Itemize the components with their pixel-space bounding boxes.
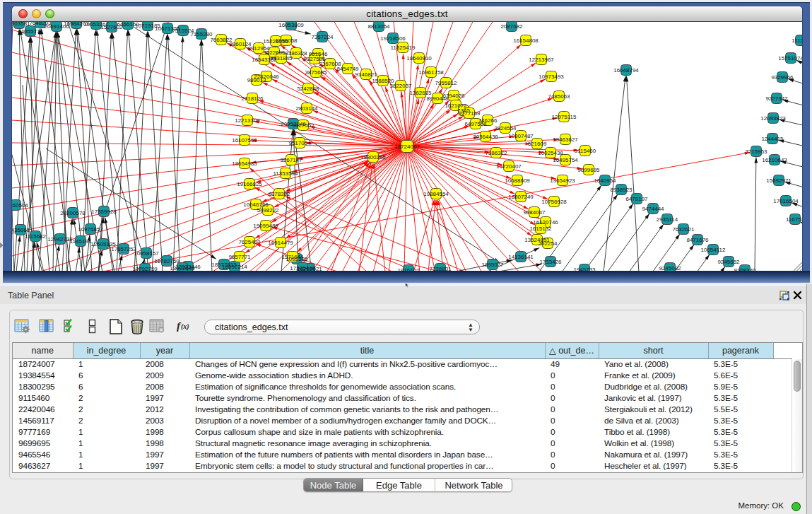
svg-text:9329966: 9329966 [771, 74, 794, 81]
svg-text:7955812: 7955812 [435, 80, 457, 86]
svg-text:20200578: 20200578 [60, 210, 86, 216]
svg-text:16961758: 16961758 [418, 69, 444, 76]
svg-text:16543362: 16543362 [252, 57, 277, 63]
svg-text:9777169: 9777169 [458, 110, 481, 117]
svg-text:9146821: 9146821 [355, 71, 377, 78]
svg-text:1996058: 1996058 [275, 37, 298, 44]
svg-text:9115460: 9115460 [575, 148, 596, 154]
svg-text:2718126: 2718126 [241, 95, 264, 102]
svg-text:6794028: 6794028 [442, 93, 465, 99]
svg-text:15692971: 15692971 [766, 177, 792, 184]
svg-text:16495754: 16495754 [553, 157, 578, 163]
svg-text:20953346: 20953346 [281, 121, 306, 127]
svg-text:16914479: 16914479 [268, 240, 293, 246]
svg-text:10975857: 10975857 [78, 226, 103, 233]
svg-text:8471676: 8471676 [686, 237, 709, 243]
svg-text:7485063: 7485063 [548, 93, 570, 100]
svg-text:1733426: 1733426 [539, 259, 562, 265]
svg-text:6479197: 6479197 [625, 196, 648, 202]
svg-text:7357224: 7357224 [311, 34, 334, 40]
svg-text:12093823: 12093823 [760, 115, 786, 122]
svg-text:17857253: 17857253 [111, 246, 136, 252]
svg-text:1903581: 1903581 [12, 22, 30, 27]
svg-text:18592214: 18592214 [222, 264, 247, 270]
svg-text:11325419: 11325419 [391, 45, 416, 51]
svg-text:20364436: 20364436 [473, 134, 498, 140]
svg-text:1976102: 1976102 [397, 267, 420, 271]
svg-text:19654923: 19654923 [550, 177, 575, 184]
svg-text:16648794: 16648794 [613, 67, 639, 74]
svg-text:10756928: 10756928 [541, 199, 567, 205]
svg-text:9657771: 9657771 [228, 254, 251, 260]
svg-text:111243: 111243 [792, 37, 802, 44]
svg-text:19654985: 19654985 [232, 160, 257, 167]
svg-text:3267147: 3267147 [280, 157, 302, 163]
svg-text:19099489: 19099489 [253, 223, 278, 229]
svg-text:1895077: 1895077 [481, 262, 504, 268]
svg-text:1092385: 1092385 [286, 256, 308, 262]
svg-text:9245652: 9245652 [717, 259, 740, 265]
svg-text:10025438: 10025438 [538, 150, 563, 156]
svg-text:9517004: 9517004 [288, 140, 311, 146]
svg-text:2935114: 2935114 [657, 216, 678, 223]
svg-text:9474444: 9474444 [642, 206, 664, 212]
svg-text:18807249: 18807249 [508, 194, 534, 200]
svg-text:9084047: 9084047 [523, 209, 546, 216]
svg-text:16107553: 16107553 [232, 137, 257, 144]
svg-text:10688609: 10688609 [505, 177, 530, 184]
svg-text:(x): (x) [181, 322, 189, 331]
svg-text:8938923: 8938923 [610, 187, 632, 193]
svg-text:1640954: 1640954 [594, 177, 616, 184]
svg-text:19463627: 19463627 [553, 136, 578, 143]
svg-text:10958157: 10958157 [134, 250, 159, 257]
svg-text:7632621: 7632621 [672, 226, 695, 233]
svg-text:1244415: 1244415 [761, 136, 784, 142]
svg-text:10807487: 10807487 [508, 133, 534, 139]
svg-text:3875685: 3875685 [305, 69, 327, 76]
svg-text:746266: 746266 [478, 117, 498, 124]
svg-text:8878332: 8878332 [268, 191, 290, 197]
svg-text:18724007: 18724007 [394, 144, 420, 150]
svg-text:621609: 621609 [528, 141, 547, 147]
svg-text:435061: 435061 [12, 227, 30, 233]
svg-text:26160504: 26160504 [12, 202, 28, 209]
svg-text:9108340: 9108340 [734, 267, 756, 271]
svg-text:18300295: 18300295 [360, 154, 386, 160]
svg-text:989013: 989013 [247, 77, 266, 83]
svg-text:3824554: 3824554 [494, 125, 517, 132]
svg-text:1945733: 1945733 [573, 267, 596, 271]
svg-text:16053809: 16053809 [278, 22, 304, 28]
svg-text:1615132: 1615132 [529, 226, 552, 232]
svg-text:12975115: 12975115 [552, 114, 577, 120]
svg-text:9245082: 9245082 [659, 265, 681, 271]
svg-text:7386372: 7386372 [485, 150, 507, 156]
svg-text:11353594: 11353594 [273, 170, 299, 177]
svg-text:16154808: 16154808 [513, 37, 539, 44]
svg-text:10973493: 10973493 [539, 74, 564, 80]
svg-text:19166825: 19166825 [237, 181, 262, 187]
svg-text:15720407: 15720407 [496, 163, 522, 170]
svg-text:13022649: 13022649 [170, 265, 195, 271]
svg-text:7155280: 7155280 [190, 31, 213, 37]
svg-text:116753: 116753 [786, 216, 802, 223]
svg-text:10792759: 10792759 [132, 266, 158, 271]
svg-text:5242848: 5242848 [297, 86, 319, 92]
svg-text:3215953: 3215953 [745, 148, 767, 155]
svg-text:16120746: 16120746 [533, 219, 558, 226]
svg-text:14055714: 14055714 [18, 28, 43, 35]
svg-text:18640910: 18640910 [406, 55, 432, 62]
svg-text:9227342: 9227342 [765, 95, 788, 102]
svg-text:1145194: 1145194 [70, 238, 92, 245]
svg-text:7138831: 7138831 [429, 266, 452, 271]
svg-text:9699695: 9699695 [577, 167, 600, 173]
svg-text:252254: 252254 [539, 240, 558, 247]
svg-text:16210643: 16210643 [762, 157, 787, 163]
svg-text:2087682: 2087682 [500, 23, 523, 30]
svg-text:1115682: 1115682 [25, 233, 47, 240]
svg-text:15751074: 15751074 [778, 55, 802, 62]
svg-text:14136141: 14136141 [508, 254, 534, 260]
svg-text:2803144: 2803144 [295, 105, 318, 112]
svg-text:19384554: 19384554 [423, 191, 449, 197]
svg-text:19218506: 19218506 [380, 35, 406, 42]
svg-text:12213309: 12213309 [235, 117, 260, 124]
